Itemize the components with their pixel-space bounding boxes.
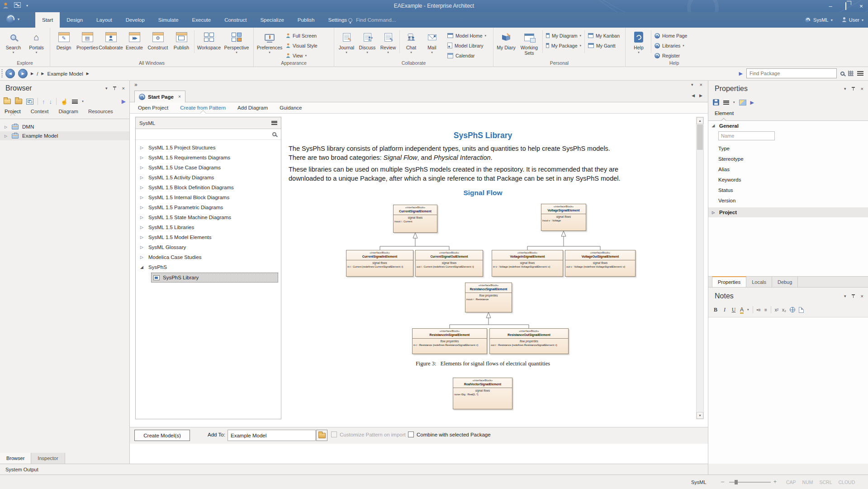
- expand-arrow-icon[interactable]: ▷: [5, 134, 8, 138]
- my-diagram-button[interactable]: My Diagram▾: [544, 31, 583, 40]
- notes-editor[interactable]: [708, 317, 868, 464]
- chat-button[interactable]: Chat▾: [401, 29, 422, 58]
- property-field-row[interactable]: Version: [708, 195, 868, 206]
- tree-item[interactable]: ▷ DMN: [0, 122, 129, 131]
- panel-close-icon[interactable]: ×: [861, 86, 863, 91]
- tree-item[interactable]: ▷ Example Model: [0, 131, 129, 140]
- expand-arrow-icon[interactable]: ▷: [140, 145, 144, 150]
- hyperlink-icon[interactable]: [790, 307, 795, 312]
- logo-caret-icon[interactable]: ▾: [18, 17, 19, 21]
- property-field-row[interactable]: Alias: [708, 164, 868, 174]
- expand-arrow-icon[interactable]: ▷: [712, 211, 716, 215]
- save-icon[interactable]: [713, 99, 719, 105]
- name-field[interactable]: [718, 131, 775, 140]
- dock-tab[interactable]: Browser: [0, 453, 31, 464]
- browser-forward-icon[interactable]: ▶: [122, 98, 126, 105]
- document-close-icon[interactable]: ×: [700, 82, 702, 87]
- properties-bottom-tab[interactable]: Locals: [746, 277, 772, 287]
- numbered-list-icon[interactable]: ≡: [764, 307, 767, 312]
- document-scrollbar[interactable]: ▲ ▼: [696, 117, 704, 419]
- tab-scroll-left-icon[interactable]: ◀: [692, 93, 695, 98]
- workspace-button[interactable]: Workspace: [195, 29, 223, 58]
- breadcrumb-root[interactable]: /: [37, 71, 38, 77]
- browser-menu-caret-icon[interactable]: ▾: [82, 100, 84, 103]
- preferences-button[interactable]: Preferences▾: [256, 29, 284, 58]
- properties-menu-icon[interactable]: [723, 101, 729, 105]
- pattern-item[interactable]: ▷ SysML 1.5 Block Definition Diagrams: [136, 182, 281, 192]
- expand-arrow-icon[interactable]: ▷: [140, 235, 144, 240]
- property-field-row[interactable]: Status: [708, 185, 868, 195]
- ribbon-tab[interactable]: Execute: [185, 12, 218, 28]
- start-page-nav-tab[interactable]: Add Diagram: [237, 105, 268, 110]
- toolbar-grip[interactable]: [1, 69, 3, 78]
- pattern-group-header[interactable]: SysML: [139, 120, 155, 126]
- collaborate-button[interactable]: Collaborate: [99, 29, 123, 58]
- expand-arrow-icon[interactable]: ▷: [5, 125, 8, 129]
- move-down-icon[interactable]: ↓: [49, 99, 52, 105]
- visual-style-button[interactable]: Visual Style: [284, 41, 320, 50]
- pattern-item[interactable]: ▷ SysML 1.5 Project Structures: [136, 143, 281, 153]
- combine-package-checkbox[interactable]: Combine with selected Package: [408, 431, 491, 437]
- restore-button[interactable]: [842, 3, 850, 10]
- new-model-folder-icon[interactable]: [4, 99, 11, 104]
- pattern-item[interactable]: ▷ SysML 1.5 Activity Diagrams: [136, 173, 281, 182]
- ribbon-tab[interactable]: Design: [60, 12, 90, 28]
- calendar-button[interactable]: Calendar: [445, 51, 489, 60]
- user-caret-icon[interactable]: ▾: [862, 18, 863, 22]
- user-button[interactable]: User: [849, 17, 859, 23]
- scroll-down-icon[interactable]: ▼: [697, 412, 703, 419]
- pattern-item[interactable]: ▷ SysML 1.5 Libraries: [136, 222, 281, 232]
- ribbon-tab[interactable]: Construct: [218, 12, 253, 28]
- pattern-item[interactable]: ▷ SysML Glossary: [136, 242, 281, 252]
- expand-arrow-icon[interactable]: ▷: [140, 215, 144, 220]
- pattern-item[interactable]: ▷ SysML 1.5 Requirements Diagrams: [136, 153, 281, 163]
- nav-back-button[interactable]: ◀: [5, 69, 15, 78]
- panel-close-icon[interactable]: ×: [122, 86, 125, 91]
- bold-icon[interactable]: B: [713, 307, 718, 313]
- collapse-arrow-icon[interactable]: ◢: [712, 124, 716, 128]
- font-color-icon[interactable]: A: [740, 307, 744, 313]
- project-section-row[interactable]: ▷ Project: [708, 207, 868, 217]
- find-package-search-icon[interactable]: [840, 72, 844, 76]
- underline-icon[interactable]: U: [731, 307, 736, 313]
- pattern-item[interactable]: ▷ SysML 1.5 Internal Block Diagrams: [136, 192, 281, 202]
- my-package-button[interactable]: My Package▾: [544, 41, 583, 50]
- expand-arrow-icon[interactable]: ▷: [140, 195, 144, 200]
- perspective-ribbon-button[interactable]: Perspective▾: [223, 29, 251, 58]
- search-button[interactable]: Search▾: [2, 29, 25, 58]
- browser-menu-icon[interactable]: [72, 100, 78, 104]
- register-button[interactable]: Register: [652, 51, 689, 60]
- minimize-button[interactable]: –: [826, 3, 835, 10]
- subscript-icon[interactable]: x₂: [782, 307, 786, 312]
- pattern-item[interactable]: ▷ SysML 1.5 Model Elements: [136, 232, 281, 242]
- properties-bottom-tab[interactable]: Properties: [712, 276, 746, 287]
- zoom-in-icon[interactable]: +: [773, 475, 777, 489]
- perspective-button[interactable]: SysML: [813, 17, 829, 23]
- expand-arrow-icon[interactable]: ▷: [140, 185, 144, 190]
- ribbon-tab[interactable]: Develop: [119, 12, 152, 28]
- zoom-out-icon[interactable]: –: [721, 475, 724, 489]
- start-page-tab[interactable]: Start Page ×: [134, 91, 185, 102]
- zoom-slider-thumb[interactable]: [735, 480, 738, 484]
- new-diagram-icon[interactable]: [26, 99, 33, 105]
- start-page-nav-tab[interactable]: Create from Pattern: [180, 105, 226, 110]
- pattern-menu-icon[interactable]: [271, 121, 277, 125]
- ribbon-tab[interactable]: Layout: [90, 12, 119, 28]
- dock-tab[interactable]: Inspector: [31, 453, 65, 464]
- panel-close-icon[interactable]: ×: [861, 293, 863, 299]
- pin-icon[interactable]: [852, 86, 855, 91]
- pin-icon[interactable]: [852, 294, 855, 298]
- mail-button[interactable]: Mail▾: [422, 29, 442, 58]
- italic-icon[interactable]: I: [722, 307, 727, 313]
- perspective-caret-icon[interactable]: ▾: [831, 18, 833, 22]
- tab-scroll-right-icon[interactable]: ▶: [699, 93, 702, 98]
- ribbon-tab[interactable]: Publish: [291, 12, 322, 28]
- move-up-icon[interactable]: ↑: [42, 99, 45, 105]
- expand-arrow-icon[interactable]: ▷: [140, 225, 144, 230]
- pattern-item-selected[interactable]: SysPhS Library: [151, 273, 278, 283]
- panel-menu-caret-icon[interactable]: ▾: [844, 86, 846, 91]
- tab-overflow-icon[interactable]: »: [134, 82, 138, 88]
- browser-tab[interactable]: Diagram: [58, 109, 78, 116]
- design-button[interactable]: ✎ Design: [52, 29, 76, 58]
- expand-arrow-icon[interactable]: ▷: [140, 165, 144, 170]
